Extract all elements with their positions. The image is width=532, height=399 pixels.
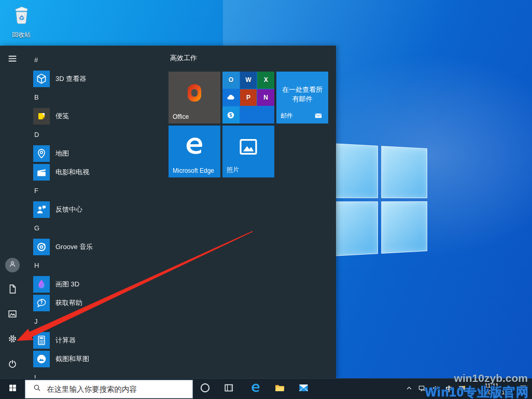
hamburger-icon xyxy=(7,53,18,66)
tile-office[interactable]: Office xyxy=(169,72,220,123)
tile-microsoft-edge[interactable]: Microsoft Edge xyxy=(169,126,220,177)
search-icon xyxy=(25,383,47,395)
word-icon: W xyxy=(240,72,257,89)
app-section-letter[interactable]: L xyxy=(25,368,166,378)
svg-text:?: ? xyxy=(40,300,43,305)
app-list-item[interactable]: 便笺 xyxy=(25,107,166,126)
cortana-icon xyxy=(199,381,212,396)
onedrive-icon xyxy=(222,89,240,106)
chevron-up-icon xyxy=(404,383,414,395)
app-section-letter[interactable]: # xyxy=(25,51,166,70)
svg-text:♻: ♻ xyxy=(19,15,24,22)
paint3d-icon xyxy=(33,276,50,293)
app-label: 反馈中心 xyxy=(55,205,82,214)
app-list-item[interactable]: 3D 查看器 xyxy=(25,70,166,88)
tile-photos[interactable]: 照片 xyxy=(222,126,274,177)
tile-grid: OfficeOWXPNS在一处查看所有邮件邮件Microsoft Edge照片 xyxy=(169,72,330,177)
app-list-item[interactable]: 地图 xyxy=(25,144,166,163)
app-list-item[interactable]: 电影和电视 xyxy=(25,163,166,182)
app-section-letter[interactable]: D xyxy=(25,126,166,144)
maps-icon xyxy=(33,145,50,162)
app-section-letter[interactable]: G xyxy=(25,219,166,238)
onenote-icon: N xyxy=(257,89,274,106)
avatar xyxy=(5,258,20,272)
tray-overflow-button[interactable] xyxy=(403,379,415,399)
calculator-icon xyxy=(33,332,50,349)
app-label: 获取帮助 xyxy=(55,298,82,308)
power-icon xyxy=(7,358,18,372)
powerpoint-icon: P xyxy=(240,89,257,106)
groove-icon xyxy=(33,239,50,255)
windows-logo-pane xyxy=(381,201,427,254)
tile-label: Office xyxy=(173,113,189,120)
windows-logo-pane xyxy=(381,146,427,198)
app-list-item[interactable]: ?获取帮助 xyxy=(25,294,166,312)
tile-mail[interactable]: 在一处查看所有邮件邮件 xyxy=(276,72,328,123)
app-label: 计算器 xyxy=(55,336,76,345)
watermark-brand-text: Win10专业版官网 xyxy=(425,384,529,399)
app-list-item[interactable]: 计算器 xyxy=(25,331,166,350)
file-explorer-taskbar-button[interactable] xyxy=(268,379,291,399)
mailtask-icon xyxy=(297,381,310,396)
settings-button[interactable] xyxy=(0,328,25,351)
gethelp-icon: ? xyxy=(33,295,50,311)
app-label: Groove 音乐 xyxy=(55,242,93,252)
cube-icon xyxy=(33,71,50,87)
menu-expand-button[interactable] xyxy=(0,48,25,71)
app-label: 电影和电视 xyxy=(55,168,89,177)
app-list-item[interactable]: Groove 音乐 xyxy=(25,238,166,256)
app-section-letter[interactable]: J xyxy=(25,312,166,331)
start-button[interactable] xyxy=(0,379,25,399)
windows-desktop: ♻ 回收站 #3D 查看器B便笺D地图电影和电视F反馈中心GGroove 音乐H… xyxy=(0,0,532,399)
taskbar-search-box[interactable] xyxy=(25,380,193,398)
mail-tile-headline: 在一处查看所有邮件 xyxy=(276,85,328,104)
gear-icon xyxy=(7,333,18,347)
start-menu-app-list: #3D 查看器B便笺D地图电影和电视F反馈中心GGroove 音乐H画图 3D?… xyxy=(25,46,166,378)
app-list-item[interactable]: 画图 3D xyxy=(25,275,166,294)
tile-label: 照片 xyxy=(227,166,239,174)
windows-start-icon xyxy=(8,383,18,395)
power-button[interactable] xyxy=(0,353,25,376)
app-section-letter[interactable]: F xyxy=(25,182,166,200)
envelope-icon xyxy=(313,111,324,120)
start-menu-tiles-area: 高效工作 OfficeOWXPNS在一处查看所有邮件邮件Microsoft Ed… xyxy=(169,46,332,378)
recycle-bin-icon: ♻ xyxy=(6,3,36,30)
app-list-item[interactable]: 截图和草图 xyxy=(25,350,166,368)
outlook-icon: O xyxy=(222,72,240,89)
pictures-button[interactable] xyxy=(0,304,25,326)
search-input[interactable] xyxy=(47,385,187,393)
app-section-letter[interactable]: H xyxy=(25,256,166,275)
recycle-bin-shortcut[interactable]: ♻ 回收站 xyxy=(6,3,36,39)
empty-cell xyxy=(240,106,257,123)
documents-button[interactable] xyxy=(0,279,25,301)
pictures-icon xyxy=(7,308,18,322)
start-menu: #3D 查看器B便笺D地图电影和电视F反馈中心GGroove 音乐H画图 3D?… xyxy=(0,46,336,378)
edge-browser-taskbar-button[interactable] xyxy=(244,379,268,399)
taskview-icon xyxy=(222,381,235,396)
app-label: 截图和草图 xyxy=(55,354,89,364)
user-icon xyxy=(8,259,17,271)
recycle-bin-label: 回收站 xyxy=(6,31,36,39)
app-list-item[interactable]: 反馈中心 xyxy=(25,200,166,219)
user-account-button[interactable] xyxy=(0,254,25,277)
folder-icon xyxy=(273,381,286,396)
app-label: 画图 3D xyxy=(55,280,79,289)
document-icon xyxy=(7,283,18,297)
app-section-letter[interactable]: B xyxy=(25,88,166,107)
tile-label: 邮件 xyxy=(281,112,293,120)
task-view-taskbar-button[interactable] xyxy=(217,379,241,399)
skype-icon: S xyxy=(222,106,240,123)
start-menu-sidebar xyxy=(0,46,25,378)
edge-icon xyxy=(249,381,262,396)
svg-text:S: S xyxy=(229,112,232,117)
empty-cell xyxy=(257,106,274,123)
cortana-taskbar-button[interactable] xyxy=(193,379,217,399)
snip-icon xyxy=(33,351,50,367)
feedback-icon xyxy=(33,201,50,218)
app-label: 3D 查看器 xyxy=(55,74,86,84)
taskbar-buttons xyxy=(193,379,315,399)
tile-label: Microsoft Edge xyxy=(173,167,214,174)
windows-logo-wallpaper xyxy=(327,143,427,256)
mail-app-taskbar-button[interactable] xyxy=(291,379,315,399)
tile-office-apps[interactable]: OWXPNS xyxy=(222,72,274,123)
